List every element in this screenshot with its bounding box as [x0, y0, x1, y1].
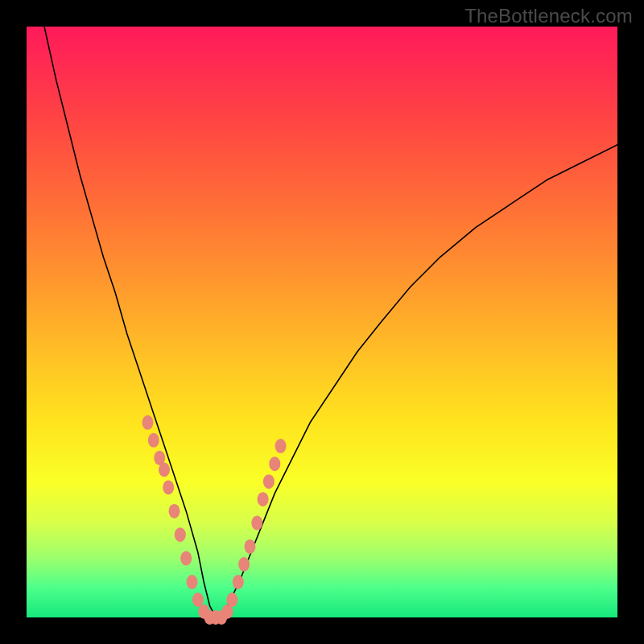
highlight-marker	[163, 481, 174, 495]
highlight-marker	[180, 551, 192, 566]
highlight-marker	[169, 504, 180, 518]
highlight-marker	[251, 516, 262, 530]
chart-svg	[27, 27, 617, 617]
highlight-marker	[159, 463, 170, 477]
highlight-marker	[275, 439, 287, 453]
highlight-marker	[263, 474, 275, 489]
plot-area	[27, 27, 617, 617]
highlight-marker	[142, 415, 154, 430]
highlight-marker	[269, 456, 280, 471]
highlight-marker	[233, 575, 244, 589]
highlight-marker	[187, 575, 198, 589]
chart-frame: TheBottleneck.com	[0, 0, 644, 644]
highlight-marker	[258, 492, 269, 506]
highlight-marker	[238, 557, 250, 572]
highlight-marker	[245, 539, 256, 554]
bottleneck-curve-path	[44, 27, 617, 617]
highlight-marker	[148, 433, 159, 448]
watermark-text: TheBottleneck.com	[464, 5, 633, 27]
highlight-marker	[226, 592, 237, 607]
highlight-marker	[175, 527, 186, 542]
